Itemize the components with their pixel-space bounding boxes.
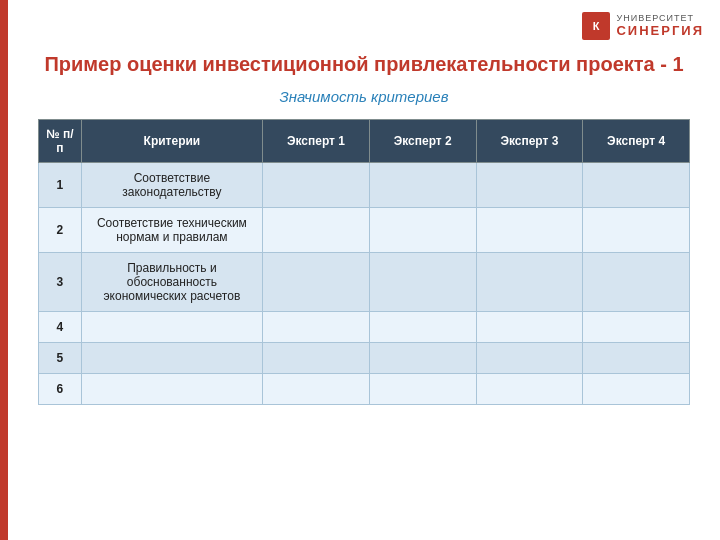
cell-expert3 bbox=[476, 253, 583, 312]
cell-expert2 bbox=[369, 312, 476, 343]
col-header-num: № п/п bbox=[39, 120, 82, 163]
cell-expert3 bbox=[476, 312, 583, 343]
cell-expert4 bbox=[583, 163, 690, 208]
table-row: 4 bbox=[39, 312, 690, 343]
cell-expert3 bbox=[476, 343, 583, 374]
table-row: 5 bbox=[39, 343, 690, 374]
table-row: 2Соответствие техническим нормам и прави… bbox=[39, 208, 690, 253]
cell-expert4 bbox=[583, 208, 690, 253]
cell-num: 5 bbox=[39, 343, 82, 374]
cell-expert4 bbox=[583, 343, 690, 374]
col-header-criteria: Критерии bbox=[81, 120, 262, 163]
cell-expert3 bbox=[476, 163, 583, 208]
cell-expert4 bbox=[583, 374, 690, 405]
col-header-expert1: Эксперт 1 bbox=[263, 120, 370, 163]
cell-criteria bbox=[81, 312, 262, 343]
cell-expert1 bbox=[263, 163, 370, 208]
criteria-table: № п/п Критерии Эксперт 1 Эксперт 2 Экспе… bbox=[38, 119, 690, 405]
col-header-expert3: Эксперт 3 bbox=[476, 120, 583, 163]
cell-expert2 bbox=[369, 374, 476, 405]
cell-expert3 bbox=[476, 208, 583, 253]
cell-expert4 bbox=[583, 253, 690, 312]
cell-expert2 bbox=[369, 208, 476, 253]
cell-num: 1 bbox=[39, 163, 82, 208]
page-title: Пример оценки инвестиционной привлекател… bbox=[38, 50, 690, 78]
cell-num: 4 bbox=[39, 312, 82, 343]
cell-expert3 bbox=[476, 374, 583, 405]
cell-num: 6 bbox=[39, 374, 82, 405]
cell-expert1 bbox=[263, 343, 370, 374]
cell-expert1 bbox=[263, 208, 370, 253]
cell-criteria bbox=[81, 343, 262, 374]
cell-criteria bbox=[81, 374, 262, 405]
cell-num: 2 bbox=[39, 208, 82, 253]
red-bar bbox=[0, 0, 8, 540]
table-row: 3Правильность и обоснованность экономиче… bbox=[39, 253, 690, 312]
cell-num: 3 bbox=[39, 253, 82, 312]
col-header-expert4: Эксперт 4 bbox=[583, 120, 690, 163]
table-header-row: № п/п Критерии Эксперт 1 Эксперт 2 Экспе… bbox=[39, 120, 690, 163]
cell-criteria: Соответствие техническим нормам и правил… bbox=[81, 208, 262, 253]
table-row: 6 bbox=[39, 374, 690, 405]
cell-expert2 bbox=[369, 163, 476, 208]
cell-criteria: Соответствие законодательству bbox=[81, 163, 262, 208]
cell-expert1 bbox=[263, 312, 370, 343]
subtitle: Значимость критериев bbox=[38, 88, 690, 105]
cell-expert2 bbox=[369, 343, 476, 374]
cell-expert1 bbox=[263, 374, 370, 405]
cell-expert1 bbox=[263, 253, 370, 312]
cell-expert2 bbox=[369, 253, 476, 312]
cell-expert4 bbox=[583, 312, 690, 343]
table-row: 1Соответствие законодательству bbox=[39, 163, 690, 208]
main-content: Пример оценки инвестиционной привлекател… bbox=[8, 0, 720, 425]
cell-criteria: Правильность и обоснованность экономичес… bbox=[81, 253, 262, 312]
col-header-expert2: Эксперт 2 bbox=[369, 120, 476, 163]
